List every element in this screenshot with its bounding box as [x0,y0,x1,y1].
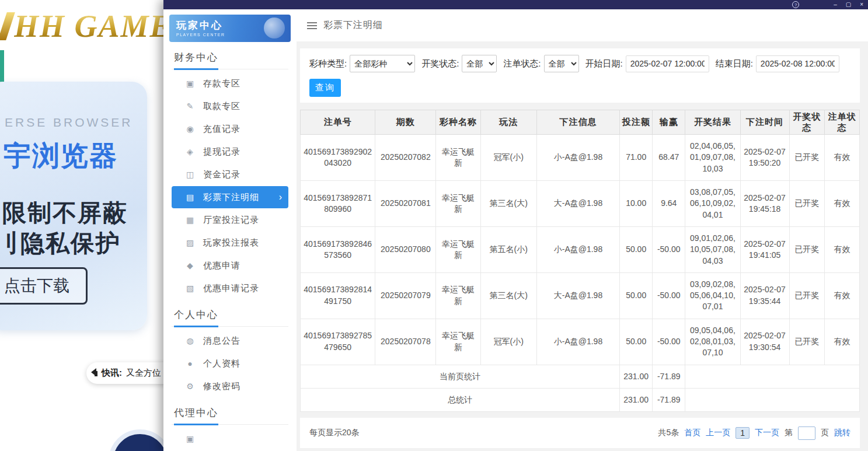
sidebar-item-hall-bet-records[interactable]: ▦厅室投注记录 [172,209,288,231]
table-row: 40156917389284657356020250207080幸运飞艇新第五名… [301,226,860,272]
sidebar-item-profile[interactable]: ●个人资料 [172,352,288,375]
help-icon[interactable]: ? [792,1,799,8]
sidebar-item-recharge-records[interactable]: ◉充值记录 [172,118,288,140]
sidebar-item-withdrawal-records[interactable]: ◈提现记录 [172,141,288,163]
lottery-type-label: 彩种类型: [309,58,347,69]
close-icon[interactable]: × [860,0,863,9]
table-cell: -50.00 [653,272,685,319]
table-cell: 幸运飞艇新 [436,135,480,181]
table-cell: -50.00 [653,319,685,365]
draw-status-label: 开奖状态: [421,58,459,69]
order-status-select[interactable]: 全部 [544,55,579,72]
lottery-type-select[interactable]: 全部彩种 [350,55,415,72]
table-cell: 50.00 [620,226,653,272]
sidebar-item-promo-apply[interactable]: ◆优惠申请 [172,254,288,277]
promo-subtitle: ERSE BROWSER [5,116,133,130]
page-title: 彩票下注明细 [323,19,383,32]
total-summary-row: 总统计231.00-71.89 [301,389,860,412]
table-cell: 09,05,04,06,02,08,01,03,07,10 [685,319,740,365]
table-cell: 已开奖 [789,319,824,365]
jump-link[interactable]: 跳转 [834,428,850,438]
sidebar-item-announcements[interactable]: ◍消息公告 [172,330,288,352]
section-label: 代理中心 [174,406,218,425]
pagination-bar: 每页显示20条 共5条 首页 上一页 1 下一页 第 页 跳转 [300,418,860,448]
bottom-emblem [109,429,172,451]
summary-win-total: -71.89 [653,389,685,412]
query-button[interactable]: 查询 [309,79,341,97]
sidebar: 玩家中心 PLAYERS CENTER 财务中心▣存款专区✎取款专区◉充值记录◈… [163,9,297,451]
table-cell: 已开奖 [789,180,824,226]
table-cell: 401569173892814491750 [301,272,375,319]
column-header: 彩种名称 [436,110,480,135]
table-cell: 10.00 [620,180,653,226]
section-header-0: 财务中心 [172,51,288,69]
table-cell: 冠军(小) [480,135,536,181]
sidebar-item-fund-records[interactable]: ◫资金记录 [172,163,288,186]
table-cell: 小-A盘@1.98 [536,319,619,365]
table-cell: 有效 [824,272,859,319]
table-cell: 有效 [824,319,859,365]
table-cell: 401569173892871809960 [301,180,375,226]
column-header: 期数 [375,110,436,135]
profile-icon: ● [186,359,195,368]
table-cell: 第三名(大) [480,180,536,226]
end-date-input[interactable] [756,55,839,72]
column-header: 下注信息 [536,110,619,135]
promo-line-2: 限制不屏蔽 [2,197,128,229]
table-cell: 2025-02-07 19:30:54 [740,319,789,365]
table-cell: 20250207082 [375,135,436,181]
agent-item-icon: ▣ [186,434,195,443]
current-page[interactable]: 1 [735,427,750,439]
start-date-input[interactable] [626,55,709,72]
section-header-1: 个人中心 [172,308,288,327]
order-status-label: 注单状态: [503,58,541,69]
summary-win-total: -71.89 [653,365,685,388]
ticker-label: 快讯: [102,368,122,379]
sidebar-item-change-password[interactable]: ⚙修改密码 [172,375,288,397]
sidebar-header: 玩家中心 PLAYERS CENTER [169,15,291,42]
draw-status-select[interactable]: 全部 [462,55,497,72]
promo-line-3: 刂隐私保护 [0,228,121,260]
fund-records-icon: ◫ [186,170,195,179]
minimize-icon[interactable]: – [834,0,837,9]
sidebar-item-player-bet-report[interactable]: ▨玩家投注报表 [172,232,288,254]
column-header: 开奖结果 [685,110,740,135]
download-button[interactable]: 点击下载 [0,267,88,305]
page-prefix-label: 第 [785,428,793,438]
withdrawal-records-icon: ◈ [186,147,195,156]
sidebar-item-withdraw-zone[interactable]: ✎取款专区 [172,95,288,117]
recharge-records-icon: ◉ [186,124,195,134]
table-cell: 幸运飞艇新 [436,319,480,365]
table-cell: 2025-02-07 19:45:18 [740,180,789,226]
sidebar-item-promo-apply-records[interactable]: ▧优惠申请记录 [172,277,288,299]
sidebar-item-deposit-zone[interactable]: ▣存款专区 [172,72,288,95]
sidebar-menu: 财务中心▣存款专区✎取款专区◉充值记录◈提现记录◫资金记录▤彩票下注明细›▦厅室… [163,51,297,450]
section-label: 个人中心 [174,308,218,327]
first-page-link[interactable]: 首页 [684,428,700,438]
logo-mark-icon [0,12,15,40]
maximize-icon[interactable]: ▢ [846,0,851,9]
table-cell: 幸运飞艇新 [436,226,480,272]
page-jump-input[interactable] [798,426,815,440]
column-header: 注单号 [301,110,375,135]
summary-bet-total: 231.00 [620,365,653,388]
promo-apply-records-icon: ▧ [186,284,195,293]
next-page-link[interactable]: 下一页 [755,428,779,438]
ticker-text: 又全方位 [126,368,161,379]
speaker-icon [95,368,97,378]
table-cell: 有效 [824,226,859,272]
player-center-window: ? – ▢ × 玩家中心 PLAYERS CENTER 财务中心▣存款专区✎取款… [163,0,868,451]
sidebar-item-agent-item[interactable]: ▣ [172,428,288,450]
summary-empty [685,365,860,388]
sidebar-item-label: 取款专区 [203,101,240,112]
table-cell: 2025-02-07 19:41:05 [740,226,789,272]
sidebar-item-label: 厅室投注记录 [203,215,259,226]
prev-page-link[interactable]: 上一页 [706,428,730,438]
promo-banner: ERSE BROWSER 宇浏览器 限制不屏蔽 刂隐私保护 点击下载 [0,82,147,330]
menu-toggle-icon[interactable] [307,20,317,31]
table-cell: 02,04,06,05,01,09,07,08,10,03 [685,135,740,181]
sidebar-item-lottery-bet-details[interactable]: ▤彩票下注明细› [172,186,288,208]
promo-line-1: 宇浏览器 [4,138,118,174]
table-cell: 50.00 [620,272,653,319]
table-cell: 已开奖 [789,226,824,272]
